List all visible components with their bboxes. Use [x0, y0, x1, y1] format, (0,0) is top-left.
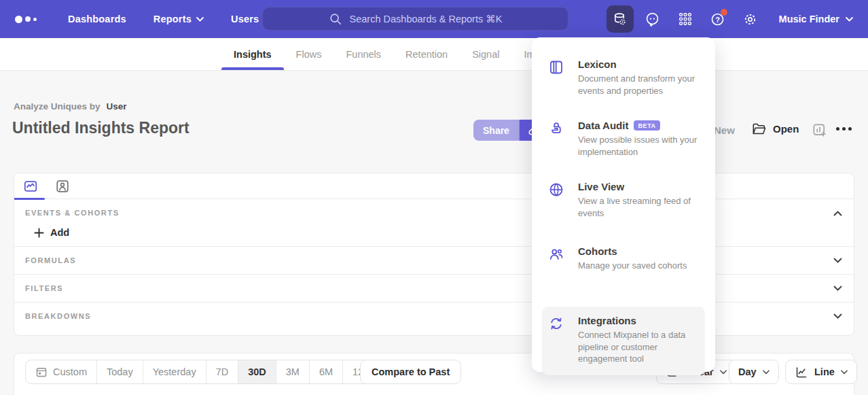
section-breakdowns-header[interactable]: BREAKDOWNS — [14, 303, 854, 330]
plus-icon — [34, 228, 44, 238]
live-view-icon — [548, 182, 564, 198]
tab-users-view[interactable] — [55, 179, 70, 194]
chevron-down-icon — [763, 370, 770, 375]
data-management-button[interactable] — [607, 5, 634, 33]
chart-frame-icon — [23, 179, 38, 194]
section-label: EVENTS & COHORTS — [25, 209, 120, 217]
search-placeholder: Search Dashboards & Reports ⌘K — [350, 14, 503, 24]
range-label: 7D — [216, 366, 229, 377]
add-event-button[interactable]: Add — [34, 227, 82, 238]
range-custom[interactable]: Custom — [26, 360, 96, 383]
range-label: Custom — [53, 366, 87, 377]
range-3m[interactable]: 3M — [276, 360, 309, 383]
section-filters-header[interactable]: FILTERS — [14, 275, 854, 302]
nav-right-cluster: ? Music Finder — [607, 0, 868, 38]
share-label: Share — [483, 125, 509, 136]
analyze-by-selector[interactable]: User — [107, 101, 127, 111]
feedback-button[interactable] — [639, 5, 666, 33]
query-builder-panel: EVENTS & COHORTS Add FORMULAS FILTERS — [14, 173, 854, 336]
tab-label: Retention — [405, 49, 448, 60]
menu-item-title: Integrations — [578, 315, 636, 326]
menu-item-text: Data Audit BETA View possible issues wit… — [578, 120, 699, 158]
menu-item-integrations[interactable]: Integrations Connect Mixpanel to a data … — [542, 307, 705, 375]
range-label: 6M — [319, 366, 333, 377]
nav-item-label: Dashboards — [68, 14, 126, 24]
apps-grid-icon — [678, 12, 693, 27]
project-name: Music Finder — [779, 14, 839, 24]
section-label: FILTERS — [25, 284, 63, 292]
tab-signal[interactable]: Signal — [460, 38, 511, 70]
open-report-button[interactable]: Open — [752, 122, 799, 135]
project-switcher[interactable]: Music Finder — [779, 14, 853, 24]
cohorts-icon — [548, 246, 564, 262]
interval-label: Day — [738, 366, 757, 377]
menu-item-title: Live View — [578, 181, 624, 192]
nav-item-reports[interactable]: Reports — [140, 0, 217, 38]
menu-item-title: Cohorts — [578, 245, 617, 257]
svg-text:?: ? — [715, 15, 720, 23]
range-6m[interactable]: 6M — [309, 360, 342, 383]
data-management-icon — [612, 12, 628, 27]
analyze-row: Analyze Uniques by User — [14, 101, 127, 111]
menu-item-title: Lexicon — [578, 58, 617, 70]
report-tabbar: Insights Flows Funnels Retention Signal … — [0, 38, 868, 71]
chevron-down-icon — [833, 258, 842, 263]
settings-icon — [742, 12, 758, 27]
chevron-up-icon[interactable] — [833, 211, 842, 216]
tab-insights[interactable]: Insights — [221, 38, 284, 70]
tab-flows[interactable]: Flows — [284, 38, 334, 70]
folder-icon — [752, 122, 766, 135]
range-30d[interactable]: 30D — [238, 360, 276, 383]
add-to-board-button[interactable] — [812, 123, 827, 137]
menu-item-cohorts[interactable]: Cohorts Manage your saved cohorts — [532, 245, 715, 307]
menu-item-text: Integrations Connect Mixpanel to a data … — [578, 315, 699, 365]
menu-item-text: Lexicon Document and transform your even… — [578, 58, 699, 97]
primary-nav: Dashboards Reports Users — [54, 0, 272, 38]
section-formulas-header[interactable]: FORMULAS — [14, 247, 854, 274]
range-today[interactable]: Today — [96, 360, 143, 383]
compare-to-past-button[interactable]: Compare to Past — [360, 360, 461, 384]
new-report-button[interactable]: New — [714, 124, 735, 136]
range-yesterday[interactable]: Yesterday — [143, 360, 206, 383]
menu-item-live-view[interactable]: Live View View a live streaming feed of … — [532, 181, 715, 245]
apps-grid-button[interactable] — [672, 5, 699, 33]
menu-item-description: Document and transform your events and p… — [578, 73, 699, 97]
chevron-down-icon — [196, 17, 204, 22]
section-events-header[interactable]: EVENTS & COHORTS — [25, 209, 843, 217]
settings-button[interactable] — [737, 5, 764, 33]
chevron-down-icon — [846, 17, 853, 22]
menu-item-text: Cohorts Manage your saved cohorts — [578, 245, 687, 272]
menu-item-description: View a live streaming feed of events — [578, 195, 699, 219]
menu-item-data-audit[interactable]: Data Audit BETA View possible issues wit… — [532, 120, 715, 181]
mixpanel-logo-icon[interactable] — [15, 16, 42, 23]
tab-funnels[interactable]: Funnels — [333, 38, 393, 70]
search-input[interactable]: Search Dashboards & Reports ⌘K — [262, 7, 568, 31]
person-frame-icon — [55, 179, 70, 194]
data-audit-icon — [548, 120, 564, 137]
menu-item-lexicon[interactable]: Lexicon Document and transform your even… — [532, 58, 715, 120]
builder-icon-tabs — [14, 173, 854, 199]
menu-item-title: Data Audit — [578, 120, 628, 131]
chart-type-select[interactable]: Line — [785, 360, 857, 384]
nav-item-label: Users — [231, 14, 259, 24]
share-button[interactable]: Share — [473, 120, 519, 141]
section-events-cohorts: EVENTS & COHORTS Add — [14, 199, 854, 246]
feedback-icon — [645, 12, 660, 27]
range-label: Yesterday — [153, 366, 196, 377]
help-button[interactable]: ? — [704, 5, 731, 33]
notification-dot — [721, 9, 727, 16]
range-7d[interactable]: 7D — [206, 360, 238, 383]
tab-events-view[interactable] — [23, 179, 38, 194]
menu-item-description: Connect Mixpanel to a data pipeline or c… — [578, 329, 699, 365]
analyze-prefix: Analyze Uniques by — [14, 101, 101, 111]
more-options-button[interactable] — [836, 127, 852, 131]
open-label: Open — [773, 123, 799, 135]
tab-retention[interactable]: Retention — [393, 38, 460, 70]
line-chart-icon — [795, 366, 808, 379]
add-label: Add — [50, 227, 69, 238]
menu-item-description: Manage your saved cohorts — [578, 260, 687, 272]
nav-item-dashboards[interactable]: Dashboards — [54, 0, 140, 38]
report-title[interactable]: Untitled Insights Report — [12, 119, 189, 137]
interval-select[interactable]: Day — [729, 360, 779, 384]
section-formulas: FORMULAS — [14, 246, 854, 274]
